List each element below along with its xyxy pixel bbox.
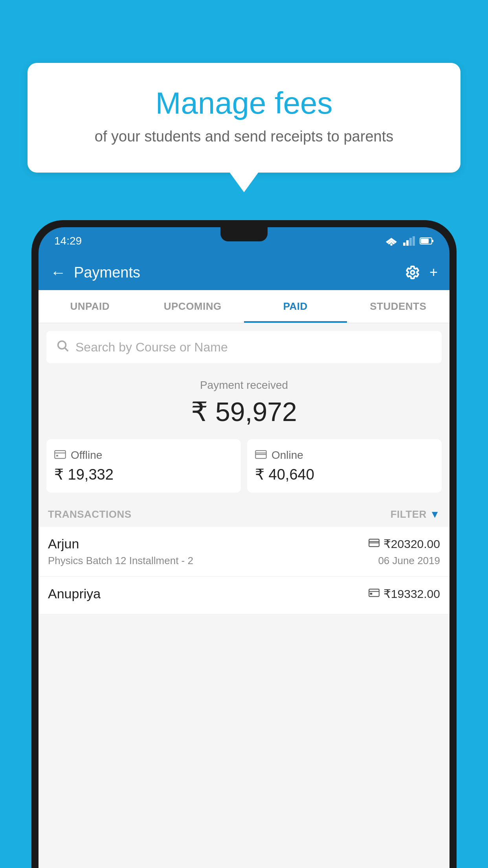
svg-rect-24 — [370, 593, 372, 595]
transaction-row-top: Arjun ₹20320.00 — [48, 536, 440, 552]
settings-icon[interactable] — [405, 265, 420, 280]
wifi-icon — [384, 236, 398, 246]
offline-card-header: Offline — [54, 449, 233, 462]
filter-icon: ▼ — [430, 508, 440, 520]
tab-students[interactable]: STUDENTS — [347, 290, 450, 323]
svg-point-2 — [390, 243, 393, 246]
transaction-row-bottom: Physics Batch 12 Installment - 2 06 June… — [48, 555, 440, 567]
status-icons — [384, 236, 434, 246]
tabs-bar: UNPAID UPCOMING PAID STUDENTS — [39, 290, 449, 323]
app-bar-title: Payments — [74, 264, 405, 281]
offline-label: Offline — [71, 449, 102, 462]
svg-rect-13 — [55, 451, 66, 458]
app-content: Search by Course or Name Payment receive… — [39, 323, 449, 868]
filter-button[interactable]: FILTER ▼ — [391, 508, 440, 520]
speech-bubble-container: Manage fees of your students and send re… — [28, 63, 460, 173]
transaction-amount-container: ₹20320.00 — [369, 537, 440, 551]
svg-line-12 — [65, 348, 68, 351]
transactions-header: TRANSACTIONS FILTER ▼ — [39, 500, 449, 527]
table-row[interactable]: Anupriya ₹19332.00 — [39, 577, 449, 614]
svg-rect-6 — [413, 236, 415, 246]
svg-rect-4 — [406, 240, 409, 246]
app-bar-icons: + — [405, 264, 438, 281]
online-amount: ₹ 40,640 — [255, 466, 434, 483]
transaction-name: Anupriya — [48, 586, 101, 601]
offline-icon — [54, 449, 66, 462]
online-payment-card: Online ₹ 40,640 — [247, 439, 442, 493]
svg-point-11 — [58, 341, 66, 349]
back-button[interactable]: ← — [50, 264, 66, 281]
status-time: 14:29 — [54, 235, 82, 247]
speech-bubble: Manage fees of your students and send re… — [28, 63, 460, 173]
payment-summary: Payment received ₹ 59,972 — [39, 363, 449, 439]
tab-upcoming[interactable]: UPCOMING — [141, 290, 244, 323]
speech-bubble-subtitle: of your students and send receipts to pa… — [59, 128, 429, 145]
transaction-date: 06 June 2019 — [378, 555, 440, 567]
online-icon — [255, 449, 267, 462]
offline-amount: ₹ 19,332 — [54, 466, 233, 483]
svg-rect-9 — [421, 239, 429, 243]
tab-unpaid[interactable]: UNPAID — [39, 290, 141, 323]
svg-rect-8 — [432, 240, 433, 242]
svg-rect-5 — [409, 238, 412, 246]
offline-payment-icon — [369, 588, 380, 600]
transactions-label: TRANSACTIONS — [48, 508, 132, 520]
transaction-amount-container: ₹19332.00 — [369, 587, 440, 601]
payment-received-label: Payment received — [46, 379, 442, 392]
online-label: Online — [272, 449, 303, 462]
battery-icon — [420, 237, 434, 245]
phone-screen: ← Payments + UNPAID UPCOMING PAID STUDEN… — [39, 255, 449, 868]
app-bar: ← Payments + — [39, 255, 449, 290]
add-button[interactable]: + — [429, 264, 438, 281]
online-card-header: Online — [255, 449, 434, 462]
speech-bubble-title: Manage fees — [59, 86, 429, 120]
search-placeholder: Search by Course or Name — [75, 340, 228, 355]
transaction-amount: ₹20320.00 — [383, 537, 440, 551]
table-row[interactable]: Arjun ₹20320.00 — [39, 527, 449, 577]
offline-payment-card: Offline ₹ 19,332 — [46, 439, 241, 493]
transaction-amount: ₹19332.00 — [383, 587, 440, 601]
transaction-row-top: Anupriya ₹19332.00 — [48, 586, 440, 601]
svg-rect-3 — [403, 243, 405, 246]
card-payment-icon — [369, 538, 380, 550]
svg-rect-15 — [56, 455, 58, 456]
phone-frame: 14:29 — [31, 220, 457, 868]
tab-paid[interactable]: PAID — [244, 290, 347, 323]
search-bar[interactable]: Search by Course or Name — [46, 331, 442, 363]
signal-icon — [403, 236, 415, 246]
payment-amount: ₹ 59,972 — [46, 396, 442, 427]
search-icon — [56, 339, 69, 355]
transaction-name: Arjun — [48, 536, 79, 552]
phone-inner: 14:29 — [39, 227, 449, 868]
payment-cards: Offline ₹ 19,332 — [39, 439, 449, 500]
transaction-course: Physics Batch 12 Installment - 2 — [48, 555, 193, 567]
svg-point-10 — [411, 270, 415, 274]
phone-notch — [220, 227, 268, 241]
filter-text: FILTER — [391, 508, 427, 520]
